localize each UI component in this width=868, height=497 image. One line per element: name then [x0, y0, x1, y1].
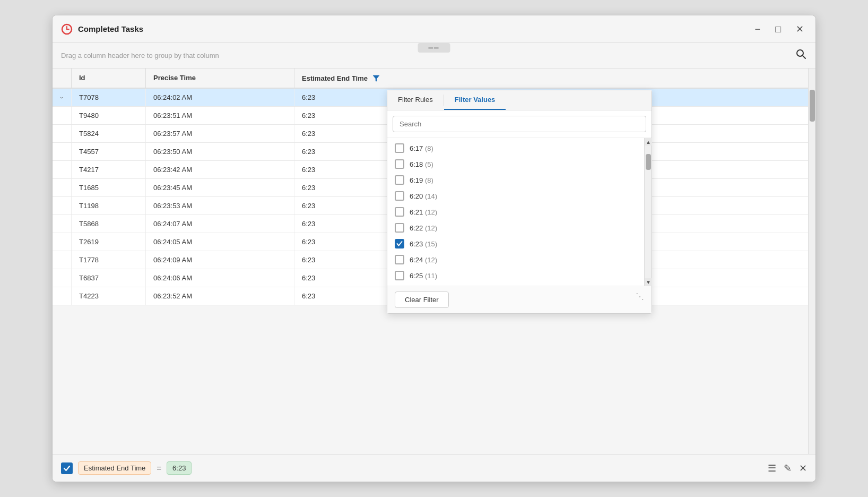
app-icon: [61, 23, 73, 35]
row-id-10: T6837: [72, 269, 146, 287]
filter-item-checkbox-7[interactable]: [395, 255, 404, 264]
row-expand-11[interactable]: [53, 287, 72, 305]
filter-scrolltrack[interactable]: ▲ ▼: [644, 138, 652, 286]
row-precise-0: 06:24:02 AM: [146, 89, 294, 106]
row-expand-5[interactable]: [53, 179, 72, 196]
right-scrollbar[interactable]: [808, 68, 815, 454]
dismiss-icon-button[interactable]: ✕: [799, 462, 807, 474]
filter-scroll-down[interactable]: ▼: [645, 278, 652, 286]
edit-icon-button[interactable]: ✎: [784, 462, 792, 474]
table-header: Id Precise Time Estimated End Time: [53, 68, 815, 89]
row-expand-2[interactable]: [53, 125, 72, 142]
row-expand-10[interactable]: [53, 269, 72, 287]
filter-search-input[interactable]: [393, 116, 646, 132]
close-button[interactable]: ✕: [793, 23, 807, 35]
row-expand-9[interactable]: [53, 251, 72, 269]
window-controls: − □ ✕: [752, 23, 807, 35]
filter-item-checkbox-0[interactable]: [395, 143, 404, 153]
filter-item[interactable]: 6:24 (12): [387, 252, 644, 268]
filter-item-checkbox-3[interactable]: [395, 191, 404, 201]
filter-icon[interactable]: [372, 74, 380, 82]
filter-item-checkbox-8[interactable]: [395, 271, 404, 280]
filter-list-area: 6:17 (8) 6:18 (5) 6:19 (8) 6:20 (14) 6:2…: [387, 138, 652, 286]
filter-item-checkbox-5[interactable]: [395, 223, 404, 233]
filter-item[interactable]: 6:21 (12): [387, 204, 644, 220]
row-expand-8[interactable]: [53, 233, 72, 251]
right-scroll-thumb[interactable]: [810, 90, 815, 122]
filter-item-checkbox-4[interactable]: [395, 207, 404, 217]
title-bar: Completed Tasks − □ ✕: [53, 15, 815, 43]
row-id-8: T2619: [72, 233, 146, 251]
row-id-6: T1198: [72, 197, 146, 215]
filter-scroll-up[interactable]: ▲: [645, 138, 652, 145]
filter-item-label-2: 6:19 (8): [410, 176, 433, 184]
filter-item-checkbox-6[interactable]: [395, 239, 404, 248]
filter-list: 6:17 (8) 6:18 (5) 6:19 (8) 6:20 (14) 6:2…: [387, 138, 644, 286]
filter-rules-tab[interactable]: Filter Rules: [387, 90, 444, 110]
filter-item-count-3: (14): [425, 192, 437, 200]
filter-item-label-7: 6:24 (12): [410, 256, 437, 264]
row-precise-2: 06:23:57 AM: [146, 125, 294, 142]
filter-tabs: Filter Rules Filter Values: [387, 90, 652, 110]
row-precise-7: 06:24:07 AM: [146, 215, 294, 233]
filter-item[interactable]: 6:19 (8): [387, 172, 644, 188]
status-bar: Estimated End Time = 6:23 ☰ ✎ ✕: [53, 454, 815, 482]
filter-item-count-5: (12): [425, 224, 437, 232]
filter-item[interactable]: 6:18 (5): [387, 156, 644, 172]
filter-item-label-4: 6:21 (12): [410, 208, 437, 216]
row-precise-6: 06:23:53 AM: [146, 197, 294, 215]
filter-item-count-4: (12): [425, 208, 437, 216]
row-precise-5: 06:23:45 AM: [146, 179, 294, 196]
filter-scroll-thumb[interactable]: [646, 154, 651, 170]
drag-handle-bar: ══: [418, 43, 450, 53]
filter-item[interactable]: 6:23 (15): [387, 236, 644, 252]
filter-item-count-1: (5): [425, 160, 433, 168]
toolbar: ══ Drag a column header here to group by…: [53, 43, 815, 68]
filter-item[interactable]: 6:25 (11): [387, 268, 644, 284]
filter-item-label-5: 6:22 (12): [410, 224, 437, 232]
th-precise-time[interactable]: Precise Time: [146, 68, 294, 88]
row-id-7: T5868: [72, 215, 146, 233]
filter-list-wrap: 6:17 (8) 6:18 (5) 6:19 (8) 6:20 (14) 6:2…: [387, 138, 644, 286]
expand-arrow: ›: [58, 97, 65, 99]
row-expand-6[interactable]: [53, 197, 72, 215]
filter-item[interactable]: 6:22 (12): [387, 220, 644, 236]
filter-footer: Clear Filter ⋱: [387, 286, 652, 313]
row-expand-4[interactable]: [53, 161, 72, 178]
th-estimated-end-time[interactable]: Estimated End Time: [294, 68, 815, 88]
maximize-button[interactable]: □: [772, 23, 784, 35]
row-id-4: T4217: [72, 161, 146, 178]
hamburger-icon-button[interactable]: ☰: [768, 462, 776, 474]
status-checkbox[interactable]: [61, 462, 73, 474]
row-id-0: T7078: [72, 89, 146, 106]
row-expand-7[interactable]: [53, 215, 72, 233]
th-id[interactable]: Id: [72, 68, 146, 88]
row-expand-0[interactable]: ›: [53, 89, 72, 106]
row-precise-8: 06:24:05 AM: [146, 233, 294, 251]
minimize-button[interactable]: −: [752, 23, 764, 35]
filter-values-tab[interactable]: Filter Values: [444, 90, 506, 110]
row-expand-1[interactable]: [53, 107, 72, 124]
table-area: Id Precise Time Estimated End Time › T70…: [53, 68, 815, 454]
filter-value-tag: 6:23: [167, 461, 192, 475]
row-precise-9: 06:24:09 AM: [146, 251, 294, 269]
search-button[interactable]: [795, 48, 807, 63]
filter-item[interactable]: 6:20 (14): [387, 188, 644, 204]
row-precise-3: 06:23:50 AM: [146, 143, 294, 160]
main-window: Completed Tasks − □ ✕ ══ Drag a column h…: [52, 15, 816, 482]
th-expand: [53, 68, 72, 88]
filter-item-checkbox-2[interactable]: [395, 175, 404, 185]
clear-filter-button[interactable]: Clear Filter: [395, 292, 449, 308]
row-id-9: T1778: [72, 251, 146, 269]
filter-item-count-7: (12): [425, 256, 437, 264]
filter-item-label-3: 6:20 (14): [410, 192, 437, 200]
row-expand-3[interactable]: [53, 143, 72, 160]
filter-item-count-0: (8): [425, 144, 433, 152]
filter-field-tag: Estimated End Time: [78, 461, 151, 475]
filter-item-count-8: (11): [425, 272, 437, 280]
th-estimated-label: Estimated End Time: [302, 74, 368, 82]
filter-item-checkbox-1[interactable]: [395, 159, 404, 169]
filter-item[interactable]: 6:17 (8): [387, 140, 644, 156]
row-id-1: T9480: [72, 107, 146, 124]
row-id-2: T5824: [72, 125, 146, 142]
